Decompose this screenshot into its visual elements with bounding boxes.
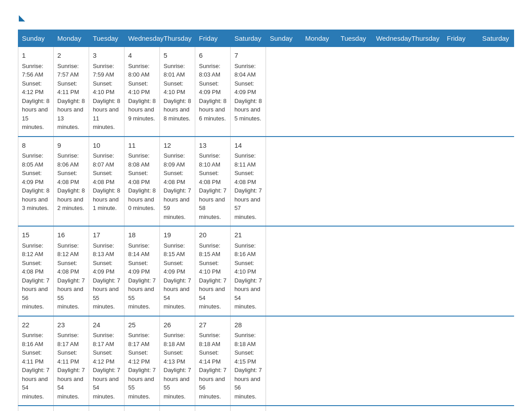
day-number: 14 (234, 141, 262, 151)
day-number: 7 (234, 51, 262, 61)
calendar-cell: 16 Sunrise: 8:12 AM Sunset: 4:08 PM Dayl… (54, 226, 89, 316)
header-day-monday: Monday (54, 30, 89, 47)
sunset-label: Sunset: 4:12 PM (22, 80, 43, 96)
sunset-label: Sunset: 4:08 PM (57, 170, 79, 185)
calendar-cell: 15 Sunrise: 8:12 AM Sunset: 4:08 PM Dayl… (18, 226, 54, 316)
page-header (18, 13, 514, 21)
sunset-label: Sunset: 4:10 PM (234, 260, 256, 275)
logo (18, 13, 25, 21)
calendar-week-5: 29 Sunrise: 8:18 AM Sunset: 4:16 PM Dayl… (18, 406, 514, 411)
daylight-label: Daylight: 7 hours and 54 minutes. (22, 367, 49, 400)
header-saturday: Saturday (478, 30, 514, 47)
sunrise-label: Sunrise: 8:07 AM (93, 152, 114, 168)
header-day-thursday: Thursday (160, 30, 195, 47)
day-number: 18 (128, 230, 156, 240)
day-number: 28 (234, 320, 262, 330)
day-number: 17 (93, 230, 120, 240)
sunrise-label: Sunrise: 8:18 AM (199, 332, 220, 347)
daylight-label: Daylight: 8 hours and 15 minutes. (22, 98, 49, 131)
sunrise-label: Sunrise: 8:15 AM (199, 242, 220, 258)
day-number: 1 (22, 51, 50, 61)
daylight-label: Daylight: 8 hours and 13 minutes. (57, 98, 85, 131)
sunrise-label: Sunrise: 7:59 AM (93, 63, 114, 78)
header-wednesday: Wednesday (372, 30, 408, 47)
day-number: 3 (93, 51, 120, 61)
calendar-cell: 23 Sunrise: 8:17 AM Sunset: 4:11 PM Dayl… (54, 316, 89, 406)
calendar-cell: 14 Sunrise: 8:11 AM Sunset: 4:08 PM Dayl… (231, 137, 266, 227)
calendar-cell: 13 Sunrise: 8:10 AM Sunset: 4:08 PM Dayl… (195, 137, 231, 227)
daylight-label: Daylight: 8 hours and 11 minutes. (93, 98, 120, 131)
calendar-cell: 9 Sunrise: 8:06 AM Sunset: 4:08 PM Dayli… (54, 137, 89, 227)
calendar-cell: 2 Sunrise: 7:57 AM Sunset: 4:11 PM Dayli… (54, 47, 89, 137)
sunset-label: Sunset: 4:10 PM (199, 260, 220, 275)
calendar-cell: 10 Sunrise: 8:07 AM Sunset: 4:08 PM Dayl… (89, 137, 124, 227)
daylight-label: Daylight: 8 hours and 3 minutes. (22, 187, 49, 211)
calendar-table: SundayMondayTuesdayWednesdayThursdayFrid… (18, 30, 514, 411)
daylight-label: Daylight: 8 hours and 2 minutes. (57, 187, 85, 211)
sunset-label: Sunset: 4:09 PM (93, 260, 114, 275)
header-sunday: Sunday (266, 30, 301, 47)
calendar-cell (231, 406, 266, 411)
sunrise-label: Sunrise: 7:56 AM (22, 63, 43, 78)
daylight-label: Daylight: 8 hours and 8 minutes. (163, 98, 191, 122)
day-number: 5 (163, 51, 191, 61)
sunset-label: Sunset: 4:09 PM (22, 170, 43, 185)
day-number: 19 (163, 230, 191, 240)
daylight-label: Daylight: 7 hours and 54 minutes. (199, 277, 226, 310)
day-number: 20 (199, 230, 227, 240)
sunset-label: Sunset: 4:15 PM (234, 349, 256, 365)
sunrise-label: Sunrise: 8:14 AM (128, 242, 150, 258)
sunset-label: Sunset: 4:11 PM (57, 80, 79, 96)
day-number: 2 (57, 51, 85, 61)
daylight-label: Daylight: 7 hours and 55 minutes. (163, 367, 191, 400)
sunset-label: Sunset: 4:14 PM (199, 349, 220, 365)
day-number: 10 (93, 141, 120, 151)
sunrise-label: Sunrise: 8:18 AM (234, 332, 256, 347)
calendar-cell: 25 Sunrise: 8:17 AM Sunset: 4:12 PM Dayl… (124, 316, 160, 406)
calendar-cell: 1 Sunrise: 7:56 AM Sunset: 4:12 PM Dayli… (18, 47, 54, 137)
calendar-cell (124, 406, 160, 411)
sunset-label: Sunset: 4:11 PM (22, 349, 43, 365)
sunset-label: Sunset: 4:09 PM (234, 80, 256, 96)
daylight-label: Daylight: 7 hours and 59 minutes. (163, 187, 191, 220)
sunset-label: Sunset: 4:08 PM (163, 170, 185, 185)
day-number: 26 (163, 320, 191, 330)
sunrise-label: Sunrise: 8:11 AM (234, 152, 256, 168)
sunrise-label: Sunrise: 8:17 AM (93, 332, 114, 347)
sunrise-label: Sunrise: 8:03 AM (199, 63, 220, 78)
sunrise-label: Sunrise: 7:57 AM (57, 63, 79, 78)
calendar-cell: 22 Sunrise: 8:16 AM Sunset: 4:11 PM Dayl… (18, 316, 54, 406)
daylight-label: Daylight: 8 hours and 5 minutes. (234, 98, 262, 122)
day-number: 23 (57, 320, 85, 330)
sunrise-label: Sunrise: 8:08 AM (128, 152, 150, 168)
calendar-cell: 27 Sunrise: 8:18 AM Sunset: 4:14 PM Dayl… (195, 316, 231, 406)
sunrise-label: Sunrise: 8:13 AM (93, 242, 114, 258)
sunrise-label: Sunrise: 8:12 AM (57, 242, 79, 258)
sunset-label: Sunset: 4:08 PM (234, 170, 256, 185)
sunrise-label: Sunrise: 8:09 AM (163, 152, 185, 168)
daylight-label: Daylight: 7 hours and 54 minutes. (93, 367, 120, 400)
calendar-cell: 18 Sunrise: 8:14 AM Sunset: 4:09 PM Dayl… (124, 226, 160, 316)
header-monday: Monday (301, 30, 337, 47)
calendar-cell: 30 Sunrise: 8:18 AM Sunset: 4:16 PM Dayl… (54, 406, 89, 411)
header-day-friday: Friday (195, 30, 231, 47)
calendar-cell: 21 Sunrise: 8:16 AM Sunset: 4:10 PM Dayl… (231, 226, 266, 316)
daylight-label: Daylight: 8 hours and 1 minute. (93, 187, 120, 211)
sunrise-label: Sunrise: 8:04 AM (234, 63, 256, 78)
calendar-week-1: 1 Sunrise: 7:56 AM Sunset: 4:12 PM Dayli… (18, 47, 514, 137)
calendar-cell: 7 Sunrise: 8:04 AM Sunset: 4:09 PM Dayli… (231, 47, 266, 137)
daylight-label: Daylight: 7 hours and 55 minutes. (93, 277, 120, 310)
calendar-cell: 4 Sunrise: 8:00 AM Sunset: 4:10 PM Dayli… (124, 47, 160, 137)
daylight-label: Daylight: 7 hours and 54 minutes. (57, 367, 85, 400)
sunrise-label: Sunrise: 8:15 AM (163, 242, 185, 258)
daylight-label: Daylight: 7 hours and 56 minutes. (22, 277, 49, 310)
sunset-label: Sunset: 4:08 PM (57, 260, 79, 275)
day-number: 21 (234, 230, 262, 240)
sunset-label: Sunset: 4:08 PM (128, 170, 150, 185)
daylight-label: Daylight: 7 hours and 54 minutes. (163, 277, 191, 310)
sunset-label: Sunset: 4:12 PM (128, 349, 150, 365)
sunset-label: Sunset: 4:09 PM (199, 80, 220, 96)
calendar-header-row: SundayMondayTuesdayWednesdayThursdayFrid… (18, 30, 514, 47)
calendar-week-3: 15 Sunrise: 8:12 AM Sunset: 4:08 PM Dayl… (18, 226, 514, 316)
calendar-cell (160, 406, 195, 411)
